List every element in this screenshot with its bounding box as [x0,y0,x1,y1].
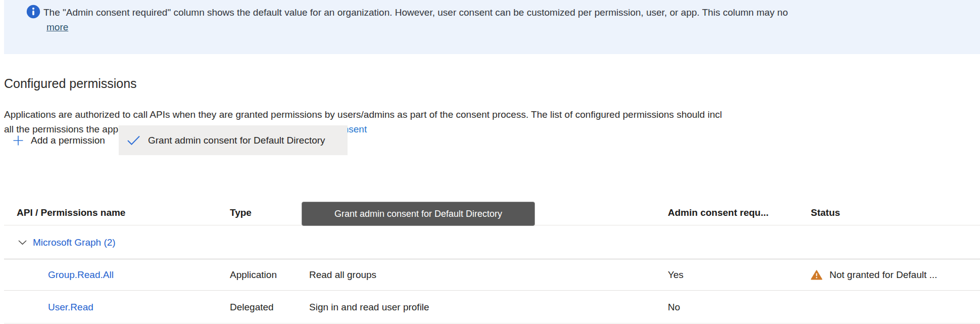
grant-admin-consent-tooltip: Grant admin consent for Default Director… [302,202,535,226]
plus-icon [13,135,24,146]
header-status[interactable]: Status [811,207,840,218]
permission-type: Delegated [230,302,274,313]
permissions-toolbar: Add a permission Grant admin consent for… [0,125,980,155]
add-permission-label: Add a permission [31,135,105,146]
table-row-group-read-all[interactable]: Group.Read.All Application Read all grou… [0,259,980,291]
grant-admin-consent-button[interactable]: Grant admin consent for Default Director… [119,125,348,155]
info-banner: The "Admin consent required" column show… [4,0,980,54]
page-title: Configured permissions [4,74,137,93]
description-line1: Applications are authorized to call APIs… [4,107,722,122]
info-icon [26,5,40,19]
chevron-down-icon[interactable] [18,240,27,245]
status-cell: Not granted for Default ... [811,269,937,281]
banner-more-link[interactable]: more [46,20,68,34]
admin-consent-required-value: Yes [668,269,683,281]
permission-type: Application [230,269,277,281]
table-row-user-read[interactable]: User.Read Delegated Sign in and read use… [0,291,980,323]
checkmark-icon [127,135,140,146]
warning-icon [811,270,822,280]
row-divider [4,323,980,323]
grant-admin-consent-label: Grant admin consent for Default Director… [148,135,325,146]
status-text: Not granted for Default ... [829,269,937,281]
add-permission-button[interactable]: Add a permission [13,125,105,155]
header-type[interactable]: Type [230,207,252,218]
header-api-permissions-name[interactable]: API / Permissions name [17,207,125,218]
admin-consent-required-value: No [668,302,680,313]
permission-description: Read all groups [309,269,376,281]
permission-description: Sign in and read user profile [309,302,429,313]
header-admin-consent-required[interactable]: Admin consent requ... [668,207,769,218]
permission-name-link[interactable]: User.Read [48,302,93,313]
table-row-microsoft-graph: Microsoft Graph (2) [0,225,980,259]
permission-name-link[interactable]: Group.Read.All [48,269,114,281]
banner-message: The "Admin consent required" column show… [43,6,788,20]
microsoft-graph-link[interactable]: Microsoft Graph (2) [33,237,116,248]
